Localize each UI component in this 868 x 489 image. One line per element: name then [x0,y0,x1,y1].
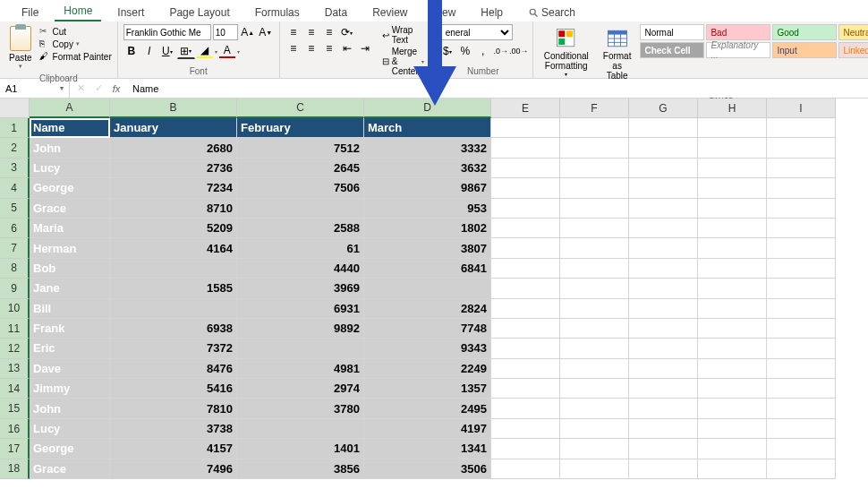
tab-view[interactable]: View [424,4,465,21]
align-center-button[interactable]: ≡ [303,40,319,56]
tab-insert[interactable]: Insert [108,4,153,21]
align-left-button[interactable]: ≡ [285,40,302,56]
cell[interactable]: Eric [30,339,110,358]
col-header-f[interactable]: F [560,99,629,118]
style-check-cell[interactable]: Check Cell [640,42,704,58]
cell[interactable]: 2736 [110,159,237,178]
cell[interactable] [698,199,767,219]
tab-review[interactable]: Review [363,4,416,21]
cell[interactable]: 4157 [110,439,237,459]
style-bad[interactable]: Bad [706,24,770,40]
cell[interactable] [560,159,629,178]
cell[interactable]: 7234 [110,178,237,198]
row-header[interactable]: 12 [0,339,30,358]
cell[interactable] [491,138,560,158]
cell[interactable] [767,439,836,459]
cell[interactable] [629,219,698,238]
cell[interactable]: 5416 [110,379,237,399]
cell[interactable] [560,419,629,439]
cell[interactable] [237,339,364,358]
cell[interactable] [560,238,629,258]
cell[interactable] [698,238,767,258]
cell[interactable] [560,118,629,138]
conditional-formatting-button[interactable]: Conditional Formatting▾ [539,24,594,79]
cell[interactable]: 61 [237,238,364,258]
cell[interactable]: 3506 [364,459,491,479]
cell[interactable] [491,359,560,379]
cell[interactable]: Bob [30,259,110,279]
style-good[interactable]: Good [772,24,837,40]
cell[interactable]: 8476 [110,359,237,379]
cell[interactable] [491,459,560,479]
row-header[interactable]: 15 [0,399,30,418]
cell[interactable] [629,339,698,358]
cell[interactable]: 3332 [364,138,491,158]
style-neutral[interactable]: Neutral [838,24,868,40]
tab-home[interactable]: Home [55,2,101,21]
cell[interactable]: George [30,439,110,459]
cell[interactable]: 2680 [110,138,237,158]
cell[interactable] [491,279,560,298]
col-header-g[interactable]: G [629,99,698,118]
cell[interactable]: 6841 [364,259,491,279]
cell[interactable] [698,159,767,178]
col-header-c[interactable]: C [237,99,364,118]
cell[interactable] [491,339,560,358]
align-middle-button[interactable]: ≡ [303,24,319,40]
row-header[interactable]: 16 [0,419,30,439]
cell[interactable] [560,299,629,319]
cell[interactable] [698,379,767,399]
cell[interactable] [767,238,836,258]
tab-data[interactable]: Data [316,4,356,21]
row-header[interactable]: 7 [0,238,30,258]
cell[interactable] [767,319,836,339]
cell[interactable] [698,459,767,479]
name-box[interactable]: A1 ▾ [0,79,70,98]
font-family-select[interactable] [123,24,211,40]
cell[interactable]: 1401 [237,439,364,459]
cell[interactable] [560,138,629,158]
cell[interactable] [629,159,698,178]
cancel-formula-button[interactable]: ✕ [73,82,88,94]
tab-search[interactable]: Search [519,4,584,21]
font-size-select[interactable] [213,24,238,40]
cell[interactable]: 3780 [237,399,364,418]
cell[interactable] [767,279,836,298]
cell[interactable] [560,359,629,379]
font-color-button[interactable]: A [219,43,235,59]
cell[interactable] [767,159,836,178]
cell[interactable]: 7506 [237,178,364,198]
merge-center-button[interactable]: ⊟Merge & Center▾ [379,46,428,77]
col-header-d[interactable]: D [364,99,491,118]
cell[interactable] [491,319,560,339]
cell[interactable] [560,259,629,279]
col-header-e[interactable]: E [491,99,560,118]
decrease-decimal-button[interactable]: .00→ [511,43,527,59]
cell[interactable] [698,319,767,339]
cell[interactable] [491,299,560,319]
cell[interactable] [629,118,698,138]
col-header-h[interactable]: H [698,99,767,118]
format-painter-button[interactable]: 🖌Format Painter [39,51,112,62]
cell[interactable]: Jimmy [30,379,110,399]
increase-decimal-button[interactable]: .0→ [493,43,509,59]
cell[interactable] [110,299,237,319]
row-header[interactable]: 6 [0,219,30,238]
cell[interactable] [237,199,364,219]
align-bottom-button[interactable]: ≡ [321,24,337,40]
align-right-button[interactable]: ≡ [321,40,337,56]
cell[interactable]: George [30,178,110,198]
cell[interactable]: 1802 [364,219,491,238]
col-header-a[interactable]: A [30,99,110,118]
cell[interactable] [698,219,767,238]
cell[interactable] [629,359,698,379]
cell[interactable]: Frank [30,319,110,339]
comma-button[interactable]: , [475,43,491,59]
cell[interactable]: 4981 [237,359,364,379]
cell[interactable] [698,439,767,459]
cell[interactable] [767,199,836,219]
paste-button[interactable]: Paste ▾ [5,24,36,72]
row-header[interactable]: 14 [0,379,30,399]
cut-button[interactable]: ✂Cut [39,26,112,37]
cell[interactable]: 1357 [364,379,491,399]
